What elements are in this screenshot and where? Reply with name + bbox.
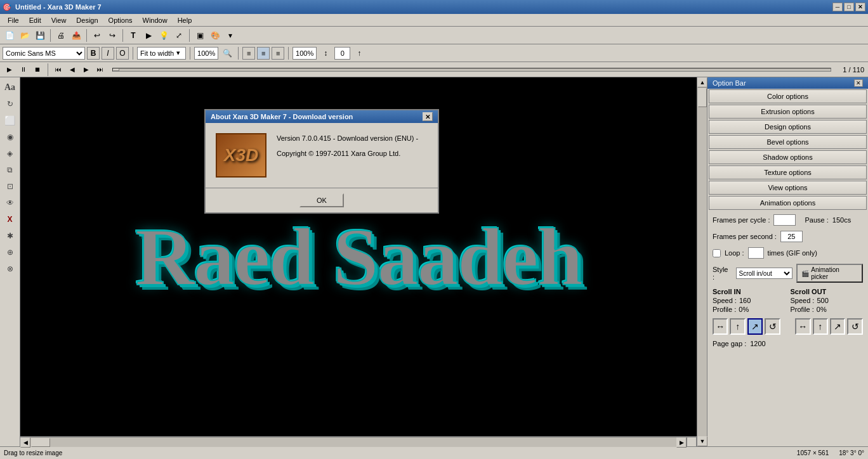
scroll-track-v [697,87,707,436]
view-tool-button[interactable]: 👁 [3,195,18,210]
more-button[interactable]: ▾ [223,29,237,42]
loop-checkbox[interactable] [713,249,721,257]
text-tool-button[interactable]: Aa [3,80,18,95]
open-button[interactable]: 📂 [18,29,32,42]
main-layout: Aa ↻ ⬜ ◉ ◈ ⧉ ⊡ 👁 X ✱ ⊕ ⊗ Raed Saadeh Abo… [0,77,868,446]
color-tool-button[interactable]: ◉ [3,129,18,145]
export2-button[interactable]: 📤 [69,29,83,42]
scroll-btn[interactable]: ↕ [319,46,332,60]
stop-anim-button[interactable]: ⏹ [32,64,43,75]
prev-frame-button[interactable]: ◀ [67,64,78,75]
scroll-in-diagonal-button[interactable]: ↗ [747,318,763,335]
separator4 [189,29,190,42]
zoom-input[interactable] [194,47,218,60]
new-button[interactable]: 📄 [3,29,16,42]
font-select[interactable]: Comic Sans MS [3,47,85,60]
scroll-left-button[interactable]: ◀ [20,437,30,448]
minimize-button[interactable]: ─ [832,3,843,11]
rotate-tool-button[interactable]: ↻ [3,96,18,112]
next-frame-button[interactable]: ▶ [81,64,92,75]
remove-tool-button[interactable]: ⊗ [3,261,18,276]
italic-button[interactable]: I [102,47,114,60]
scroll-right-button[interactable]: ▶ [676,437,687,448]
bevel-tool-button[interactable]: ◈ [3,146,18,161]
vertical-scrollbar[interactable]: ▲ ▼ [697,77,707,446]
fit-dropdown[interactable]: Fit to width ▾ [137,47,186,60]
style-row: Style : Scroll in/out 🎬 Animation picker [710,262,865,284]
menu-design[interactable]: Design [71,15,103,25]
about-dialog-close-button[interactable]: ✕ [423,112,433,121]
scroll-thumb-h[interactable] [31,438,50,447]
texture-options-button[interactable]: Texture options [709,165,867,179]
bold-button[interactable]: B [87,47,100,60]
bottom-bar: ◀ ▶ [20,436,697,446]
loop-times-input[interactable] [748,247,764,259]
scroll-out-horizontal-button[interactable]: ↔ [795,318,810,335]
menu-file[interactable]: File [3,15,24,25]
zero-input[interactable] [334,47,350,60]
scroll-in-rotate-button[interactable]: ↺ [765,318,780,335]
view-options-button[interactable]: View options [709,181,867,195]
align-left-button[interactable]: ≡ [242,47,255,60]
anim-icons-in-row: ↔ ↑ ↗ ↺ ↔ ↑ ↗ ↺ [710,317,865,336]
ok-button[interactable]: OK [299,193,344,207]
pause-anim-button[interactable]: ⏸ [18,64,29,75]
light-button[interactable]: 💡 [157,29,171,42]
frame-slider[interactable] [112,68,831,72]
first-frame-button[interactable]: ⏮ [53,64,64,75]
canvas-area[interactable]: Raed Saadeh About Xara 3D Maker 7 - Down… [20,77,697,436]
close-button[interactable]: ✕ [855,3,865,11]
animation-options-button[interactable]: Animation options [709,196,867,210]
scroll-in-horizontal-button[interactable]: ↔ [713,318,728,335]
scroll-in-vertical-button[interactable]: ↑ [730,318,745,335]
menu-view[interactable]: View [46,15,72,25]
redo-button[interactable]: ↪ [105,29,119,42]
star-tool-button[interactable]: ✱ [3,228,18,243]
cursor-button[interactable]: ⤢ [172,29,186,42]
scroll-out-rotate-button[interactable]: ↺ [847,318,862,335]
extrude-tool-button[interactable]: ⬜ [3,113,18,128]
align-right-button[interactable]: ≡ [272,47,284,60]
texture-tool-button[interactable]: ⊡ [3,179,18,194]
menu-window[interactable]: Window [138,15,173,25]
text-button[interactable]: T [126,29,140,42]
animation-picker-button[interactable]: 🎬 Animation picker [796,264,863,283]
menu-edit[interactable]: Edit [24,15,46,25]
bevel-options-button[interactable]: Bevel options [709,135,867,149]
shadow-options-button[interactable]: Shadow options [709,150,867,164]
play-anim-button[interactable]: ▶ [4,64,15,75]
play-button[interactable]: ▶ [141,29,155,42]
zoom-btn[interactable]: 🔍 [220,46,234,60]
zero-btn[interactable]: ↑ [352,46,366,60]
menu-help[interactable]: Help [173,15,197,25]
undo-button[interactable]: ↩ [90,29,104,42]
scroll-out-diagonal-button[interactable]: ↗ [830,318,845,335]
scroll-down-button[interactable]: ▼ [697,436,707,446]
color-options-button[interactable]: Color options [709,89,867,103]
style-select[interactable]: Scroll in/out [736,268,793,279]
scroll-thumb-v[interactable] [698,88,707,107]
scroll-out-vertical-button[interactable]: ↑ [813,318,828,335]
x-tool-button[interactable]: X [3,212,18,227]
export-button[interactable]: 🖨 [54,29,68,42]
zoom2-input[interactable] [293,47,317,60]
scroll-up-button[interactable]: ▲ [697,77,707,87]
maximize-button[interactable]: □ [844,3,854,11]
shadow-tool-button[interactable]: ⧉ [3,162,18,178]
add-tool-button[interactable]: ⊕ [3,245,18,260]
color2-button[interactable]: 🎨 [208,29,222,42]
fps-input[interactable] [780,231,803,242]
menu-options[interactable]: Options [103,15,138,25]
last-frame-button[interactable]: ⏭ [95,64,106,75]
about-logo: X3D [216,133,266,178]
horizontal-scrollbar[interactable]: ◀ ▶ [20,437,687,447]
frames-per-cycle-input[interactable] [773,214,796,226]
align-center-button[interactable]: ≡ [257,47,270,60]
save-button[interactable]: 💾 [33,29,47,42]
extrusion-options-button[interactable]: Extrusion options [709,105,867,119]
design-options-button[interactable]: Design options [709,120,867,134]
separator7 [238,47,239,60]
outline-button[interactable]: O [116,47,129,60]
render-button[interactable]: ▣ [193,29,207,42]
panel-close-button[interactable]: ✕ [854,79,863,87]
